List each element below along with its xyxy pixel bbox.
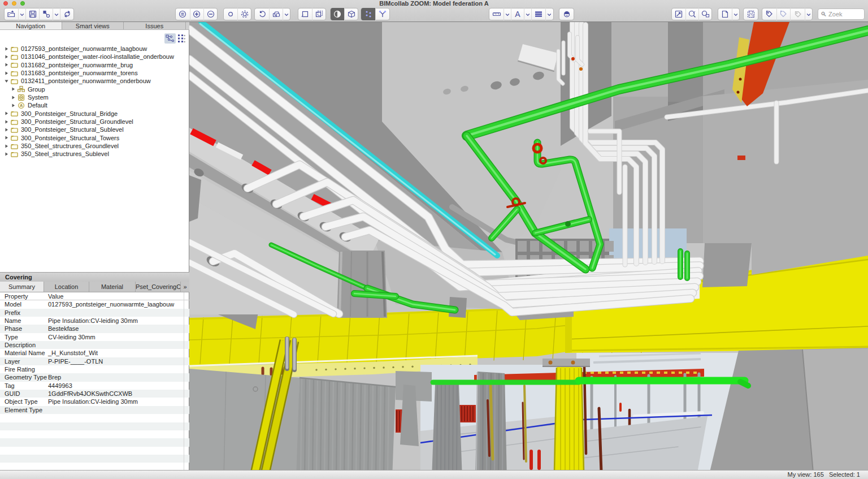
svg-text:A: A [20,103,23,107]
svg-text:A: A [515,10,520,19]
